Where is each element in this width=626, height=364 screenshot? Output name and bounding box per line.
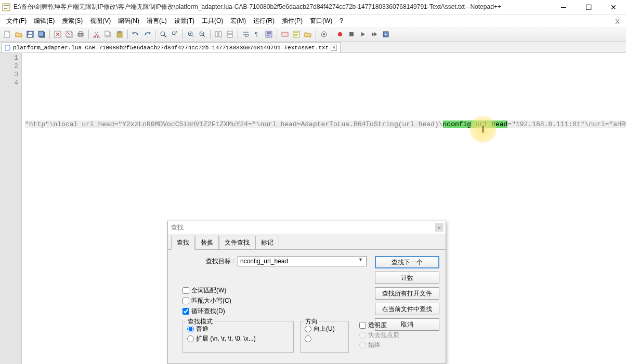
direction-group: 方向 向上(U) 向下(D) — [300, 321, 349, 353]
count-button[interactable]: 计数 — [375, 272, 439, 284]
secondary-close-icon[interactable]: X — [615, 18, 620, 25]
menu-help[interactable]: ? — [336, 16, 346, 25]
monitor-icon[interactable] — [319, 29, 329, 39]
save-all-icon[interactable] — [36, 29, 47, 39]
stop-macro-icon[interactable] — [346, 29, 357, 39]
record-macro-icon[interactable] — [335, 29, 345, 39]
menu-file[interactable]: 文件(F) — [3, 16, 30, 26]
trans-always-radio[interactable]: 始终 — [359, 341, 419, 349]
dialog-close-icon[interactable]: ▫ — [435, 223, 444, 232]
tab-find[interactable]: 查找 — [171, 236, 195, 250]
lang-icon[interactable] — [280, 29, 290, 39]
svg-rect-7 — [29, 32, 32, 34]
indent-guide-icon[interactable] — [264, 29, 274, 39]
redo-icon[interactable] — [142, 29, 152, 39]
menu-edit[interactable]: 编辑(E) — [31, 16, 58, 26]
line-number: 3 — [0, 71, 18, 79]
menu-tools[interactable]: 工具(O) — [199, 16, 226, 26]
tab-mark[interactable]: 标记 — [255, 236, 279, 250]
line-number: 2 — [0, 62, 18, 71]
code-selection: nconfig_url_head — [443, 120, 508, 128]
svg-rect-32 — [282, 32, 288, 36]
sync-h-icon[interactable] — [225, 29, 235, 39]
svg-rect-6 — [28, 35, 32, 37]
func-list-icon[interactable] — [291, 29, 302, 39]
mode-extended-radio[interactable]: 扩展 (\n, \r, \t, \0, \x...) — [187, 334, 289, 343]
cut-icon[interactable] — [92, 29, 102, 39]
line-gutter: 1 2 3 4 — [0, 53, 22, 364]
folder-icon[interactable] — [303, 29, 313, 39]
svg-rect-39 — [5, 45, 10, 50]
svg-rect-1 — [4, 5, 9, 6]
svg-rect-19 — [105, 31, 109, 36]
dir-down-radio[interactable]: 向下(D) — [305, 334, 344, 343]
svg-text:¶: ¶ — [255, 32, 257, 37]
find-input[interactable] — [238, 256, 367, 266]
svg-rect-27 — [219, 32, 221, 37]
play-multi-icon[interactable] — [369, 29, 380, 39]
replace-icon[interactable] — [169, 29, 180, 39]
save-macro-icon[interactable] — [381, 29, 391, 39]
find-all-open-button[interactable]: 查找所有打开文件 — [375, 287, 439, 300]
maximize-button[interactable]: ☐ — [582, 2, 595, 12]
show-all-chars-icon[interactable]: ¶ — [252, 29, 263, 39]
close-all-icon[interactable] — [64, 29, 74, 39]
svg-point-22 — [161, 32, 165, 36]
menu-encoding[interactable]: 编码(N) — [115, 16, 142, 26]
tab-replace[interactable]: 替换 — [195, 236, 219, 250]
svg-rect-15 — [79, 35, 82, 37]
undo-icon[interactable] — [131, 29, 141, 39]
close-button[interactable]: ✕ — [607, 2, 620, 12]
code-text: ="192.168.8.111:81"\nurl="aHR0 — [507, 120, 626, 128]
dialog-title: 查找 — [168, 221, 446, 234]
save-icon[interactable] — [25, 29, 35, 39]
new-file-icon[interactable] — [2, 29, 12, 39]
trans-lose-focus-radio[interactable]: 失去焦点后 — [359, 331, 419, 340]
svg-rect-28 — [227, 31, 232, 34]
find-target-label: 查找目标 : — [205, 257, 234, 266]
sync-v-icon[interactable] — [213, 29, 224, 39]
open-file-icon[interactable] — [14, 29, 24, 39]
tab-find-in-files[interactable]: 文件查找 — [219, 236, 255, 250]
find-in-current-button[interactable]: 在当前文件中查找 — [375, 303, 439, 315]
line-number: 4 — [0, 79, 18, 87]
svg-rect-9 — [38, 31, 44, 36]
print-icon[interactable] — [75, 29, 86, 39]
paste-icon[interactable] — [114, 29, 125, 39]
window-title: E:\备份\剑舞乾坤客户端无限制IP修改\客户端无限制IP修改\platform… — [14, 3, 557, 11]
transparency-group: 透明度 失去焦点后 始终 — [355, 321, 423, 353]
code-text: "http"\nlocal url_head="Y2xzLnR0MDVocC5i… — [25, 120, 443, 128]
zoom-in-icon[interactable] — [186, 29, 196, 39]
close-file-icon[interactable] — [53, 29, 63, 39]
menu-macro[interactable]: 宏(M) — [227, 16, 249, 26]
menu-language[interactable]: 语言(L) — [144, 16, 170, 26]
find-next-button[interactable]: 查找下一个 — [375, 256, 439, 268]
find-dialog: 查找 ▫ 查找 替换 文件查找 标记 查找目标 : ▼ 查找下一个 计数 查找所… — [167, 221, 446, 364]
file-tab[interactable]: platform_adapter.lua-CAB-710080b2f5e6daa… — [1, 42, 341, 52]
svg-point-36 — [338, 32, 342, 36]
tab-close-icon[interactable]: ✕ — [331, 45, 337, 51]
svg-rect-14 — [79, 32, 82, 33]
svg-point-35 — [323, 33, 325, 35]
search-mode-group: 查找模式 普通 扩展 (\n, \r, \t, \0, \x...) — [182, 321, 294, 353]
line-number: 1 — [0, 54, 18, 62]
transparency-checkbox[interactable]: 透明度 — [359, 321, 419, 330]
minimize-button[interactable]: ─ — [557, 2, 570, 12]
wrap-icon[interactable] — [241, 29, 251, 39]
play-macro-icon[interactable] — [358, 29, 368, 39]
zoom-out-icon[interactable] — [197, 29, 207, 39]
svg-rect-37 — [349, 32, 354, 36]
app-icon — [2, 3, 10, 11]
menu-settings[interactable]: 设置(T) — [171, 16, 198, 26]
svg-rect-2 — [4, 7, 9, 7]
menu-search[interactable]: 搜索(S) — [59, 16, 86, 26]
menu-window[interactable]: 窗口(W) — [307, 16, 335, 26]
menu-plugins[interactable]: 插件(P) — [279, 16, 306, 26]
find-icon[interactable] — [158, 29, 168, 39]
menu-run[interactable]: 运行(R) — [250, 16, 278, 26]
copy-icon[interactable] — [103, 29, 113, 39]
menu-view[interactable]: 视图(V) — [87, 16, 114, 26]
tabbar: platform_adapter.lua-CAB-710080b2f5e6daa… — [0, 42, 626, 53]
dialog-tabs: 查找 替换 文件查找 标记 — [168, 234, 446, 250]
svg-rect-26 — [215, 32, 218, 37]
